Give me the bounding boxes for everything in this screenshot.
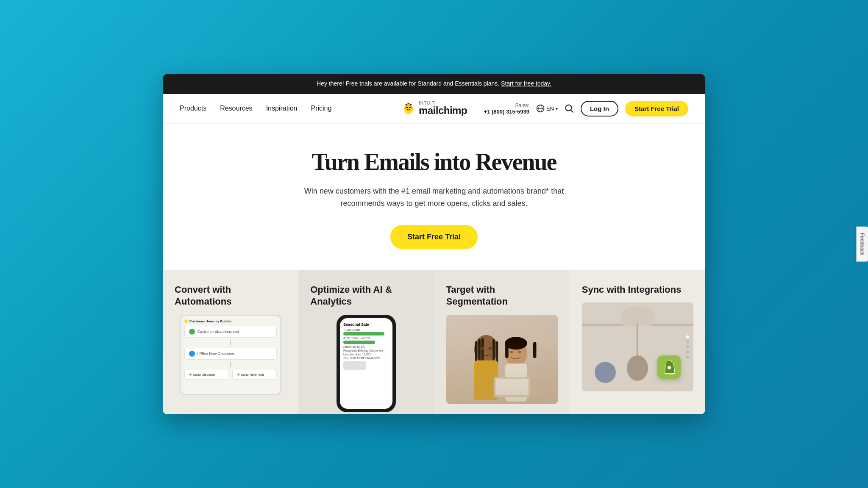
globe-icon xyxy=(536,104,545,113)
dot-2 xyxy=(686,341,689,344)
nav-item-products[interactable]: Products xyxy=(180,105,206,112)
carousel-dots xyxy=(686,336,689,359)
opens-stat: 7,326 Opens xyxy=(343,328,389,331)
unsubscribes-label: Unsubscribes 11,021 xyxy=(343,353,389,356)
chart-bar-small xyxy=(343,361,366,370)
hero-section: Turn Emails into Revenue Win new custome… xyxy=(163,124,705,270)
browser-window: Hey there! Free trials are available for… xyxy=(163,74,705,414)
logo-mailchimp-text: mailchimp xyxy=(419,105,467,116)
svg-point-2 xyxy=(406,107,408,108)
feature-image-analytics: Seasonal Sale 7,326 Opens 4,631 Clicks +… xyxy=(310,315,422,408)
nav-logo[interactable]: intuit mailchimp xyxy=(401,101,467,116)
lang-selector[interactable]: EN ▾ xyxy=(536,104,558,113)
audience-label: Audience 42.1% xyxy=(343,345,389,348)
recipients-label: Recipients Existing Customers xyxy=(343,349,389,352)
nav-left: Products Resources Inspiration Pricing xyxy=(180,105,331,112)
announcement-link[interactable]: Start for free today. xyxy=(501,80,551,87)
sales-info: Sales: +1 (800) 315-5939 xyxy=(484,103,529,115)
feature-card-analytics: Optimize with AI & Analytics Seasonal Sa… xyxy=(298,270,434,414)
svg-point-6 xyxy=(406,104,407,105)
feature-title-integrations: Sync with Integrations xyxy=(582,284,693,296)
feature-image-automations: Customer Journey Builder Customer abando… xyxy=(175,315,286,408)
feedback-tab[interactable]: Feedback xyxy=(857,227,868,262)
feature-image-segmentation xyxy=(446,315,558,408)
chart-bar-green2 xyxy=(343,341,376,344)
main-nav: Products Resources Inspiration Pricing i… xyxy=(163,94,705,124)
sales-label: Sales: xyxy=(484,103,529,108)
announcement-text: Hey there! Free trials are available for… xyxy=(317,80,499,87)
svg-point-5 xyxy=(411,107,413,109)
search-icon[interactable] xyxy=(565,104,574,113)
feature-title-automations: Convert with Automations xyxy=(175,284,286,308)
logo-text-wrapper: intuit mailchimp xyxy=(419,101,467,116)
feature-title-segmentation: Target with Segmentation xyxy=(446,284,558,308)
journey-connector xyxy=(230,340,231,345)
login-button[interactable]: Log In xyxy=(581,101,618,116)
lang-chevron-icon: ▾ xyxy=(556,106,558,111)
integrations-background xyxy=(582,302,693,391)
feedback-label: Feedback xyxy=(860,233,865,255)
clicks-stat: 4,631 Clicks +66.7% xyxy=(343,337,389,340)
feature-image-integrations xyxy=(582,302,693,396)
sales-phone[interactable]: +1 (800) 315-5939 xyxy=(484,108,529,115)
mailchimp-freddie-icon xyxy=(401,101,416,116)
nav-right: Sales: +1 (800) 315-5939 EN ▾ Log In S xyxy=(484,101,688,116)
journey-builder-label: Customer Journey Builder xyxy=(189,319,232,323)
hero-start-free-trial-button[interactable]: Start Free Trial xyxy=(390,225,478,249)
tablet-mockup: Customer Journey Builder Customer abando… xyxy=(180,315,281,395)
phone-screen: Seasonal Sale 7,326 Opens 4,631 Clicks +… xyxy=(340,318,392,409)
journey-item-1: Customer abandons cart xyxy=(184,326,277,338)
features-section: Convert with Automations Customer Journe… xyxy=(163,270,705,414)
nav-start-free-trial-button[interactable]: Start Free Trial xyxy=(625,101,688,116)
shopify-badge xyxy=(657,355,681,379)
journey-item-3: ✉ Send Discount xyxy=(184,370,229,380)
nav-item-resources[interactable]: Resources xyxy=(220,105,252,112)
chart-bar-green xyxy=(343,332,384,336)
dot-3 xyxy=(686,346,689,349)
seasonal-sale-label: Seasonal Sale xyxy=(343,322,389,327)
phone-mockup: Seasonal Sale 7,326 Opens 4,631 Clicks +… xyxy=(337,315,396,412)
svg-point-33 xyxy=(668,366,671,369)
dot-5 xyxy=(686,356,689,359)
lang-label: EN xyxy=(546,105,554,112)
dot-active xyxy=(686,336,689,338)
svg-point-4 xyxy=(404,107,406,109)
feature-card-automations: Convert with Automations Customer Journe… xyxy=(163,270,298,414)
journey-item-4: ✉ Send Reminder xyxy=(232,370,277,380)
hero-subtitle: Win new customers with the #1 email mark… xyxy=(303,185,565,210)
performance-label: 24 HOUR PERFORMANCE xyxy=(343,357,389,360)
svg-point-3 xyxy=(409,107,411,108)
feature-title-analytics: Optimize with AI & Analytics xyxy=(310,284,422,308)
hero-title: Turn Emails into Revenue xyxy=(180,149,688,175)
svg-point-7 xyxy=(410,104,412,105)
nav-item-pricing[interactable]: Pricing xyxy=(311,105,331,112)
svg-line-14 xyxy=(571,110,573,112)
feature-card-integrations: Sync with Integrations xyxy=(570,270,705,414)
journey-connector-2 xyxy=(230,362,231,367)
nav-item-inspiration[interactable]: Inspiration xyxy=(266,105,298,112)
journey-item-2: If/Else New Customer xyxy=(184,348,277,360)
feature-card-segmentation: Target with Segmentation xyxy=(434,270,570,414)
dot-4 xyxy=(686,351,689,354)
announcement-bar: Hey there! Free trials are available for… xyxy=(163,74,705,94)
shopify-icon xyxy=(663,360,676,374)
segmentation-photo xyxy=(446,315,558,404)
